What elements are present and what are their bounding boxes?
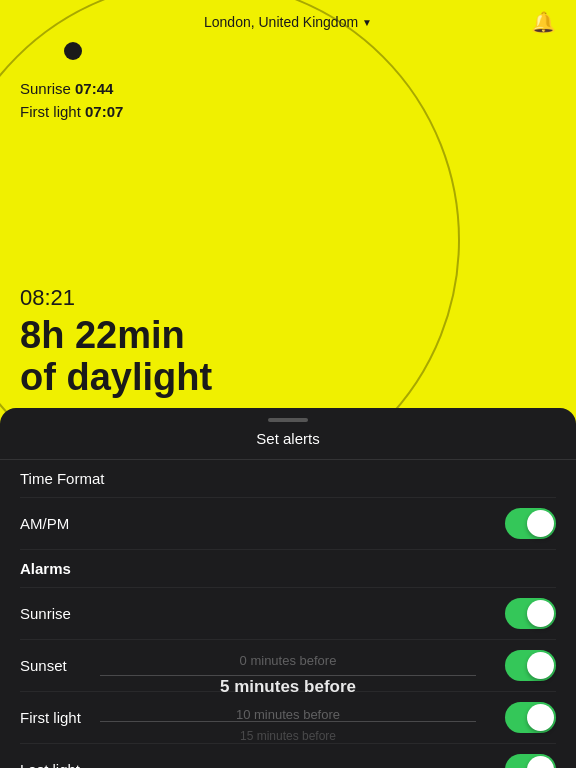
picker-wrapper[interactable]: 0 minutes before 5 minutes before 10 min… (0, 645, 576, 752)
sunrise-info: Sunrise 07:44 First light 07:07 (20, 78, 123, 123)
picker-item-0[interactable]: 0 minutes before (0, 649, 576, 672)
app-container: London, United Kingdom ▼ 🔔 Sunrise 07:44… (0, 0, 576, 768)
sunrise-alarm-label: Sunrise (20, 605, 71, 622)
picker-top-line (100, 675, 476, 676)
time-format-row: Time Format (20, 460, 556, 498)
first-light-line: First light 07:07 (20, 101, 123, 124)
picker-item-3[interactable]: 15 minutes before (0, 726, 576, 748)
bell-icon[interactable]: 🔔 (531, 10, 556, 34)
picker-bottom-line (100, 721, 476, 722)
alarms-label: Alarms (20, 560, 71, 577)
picker-section[interactable]: 0 minutes before 5 minutes before 10 min… (0, 637, 576, 768)
sunrise-toggle[interactable] (505, 598, 556, 629)
daylight-duration: 8h 22min of daylight (20, 315, 212, 399)
ampm-row: AM/PM (20, 498, 556, 550)
sunrise-time: 07:44 (75, 80, 113, 97)
picker-item-2[interactable]: 10 minutes before (0, 703, 576, 726)
sun-dot (64, 42, 82, 60)
sunrise-alarm-row: Sunrise (20, 588, 556, 640)
sheet-title: Set alerts (0, 422, 576, 459)
header: London, United Kingdom ▼ 🔔 (0, 0, 576, 44)
first-light-time: 07:07 (85, 103, 123, 120)
picker-item-1[interactable]: 5 minutes before (0, 672, 576, 703)
location-arrow-icon: ▼ (362, 17, 372, 28)
location-label: London, United Kingdom (204, 14, 358, 30)
bottom-sheet: Set alerts Time Format AM/PM Alarms Sunr… (0, 408, 576, 768)
ampm-label: AM/PM (20, 515, 69, 532)
sunrise-line: Sunrise 07:44 (20, 78, 123, 101)
alarms-row: Alarms (20, 550, 556, 588)
time-format-label: Time Format (20, 470, 104, 487)
ampm-toggle[interactable] (505, 508, 556, 539)
location-text[interactable]: London, United Kingdom ▼ (204, 14, 372, 30)
current-time: 08:21 (20, 285, 212, 311)
